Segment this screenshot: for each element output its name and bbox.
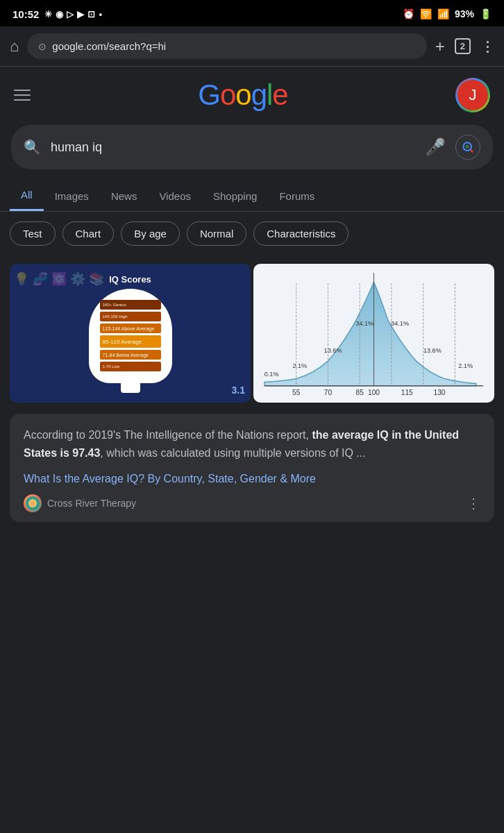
tab-shopping[interactable]: Shopping [202, 182, 268, 210]
chip-byage[interactable]: By age [121, 221, 180, 246]
status-bar: 10:52 ✳ ◉ ▷ ▶ ⊡ • ⏰ 🛜 📶 93% 🔋 [0, 0, 504, 26]
svg-text:100: 100 [368, 389, 380, 396]
voice-search-button[interactable]: 🎤 [425, 137, 446, 157]
svg-text:115: 115 [401, 389, 413, 396]
svg-text:70: 70 [324, 389, 333, 396]
signal-strength-icon: 📶 [437, 8, 449, 19]
svg-text:2.1%: 2.1% [292, 362, 307, 369]
avatar[interactable]: J [455, 78, 490, 112]
source-name: Cross River Therapy [47, 498, 136, 509]
svg-text:2.1%: 2.1% [458, 362, 473, 369]
svg-text:55: 55 [292, 389, 301, 396]
wifi-signal-icon: 🛜 [420, 8, 432, 19]
result-text: According to 2019's The Intelligence of … [24, 426, 480, 462]
battery-percent: 93% [455, 8, 474, 19]
tab-all[interactable]: All [10, 180, 44, 211]
tab-count[interactable]: 2 [455, 38, 471, 54]
brain-image-title: IQ Scores [109, 274, 151, 285]
result-link[interactable]: What Is the Average IQ? By Country, Stat… [24, 471, 480, 487]
lens-button[interactable] [455, 135, 480, 160]
svg-text:0.1%: 0.1% [264, 371, 279, 378]
svg-text:34.1%: 34.1% [391, 320, 409, 327]
svg-text:130: 130 [434, 389, 446, 396]
svg-text:34.1%: 34.1% [355, 320, 373, 327]
tab-forums[interactable]: Forums [268, 182, 326, 210]
source-menu-button[interactable]: ⋮ [467, 495, 480, 512]
chip-characteristics[interactable]: Characteristics [253, 221, 348, 246]
svg-text:85: 85 [356, 389, 364, 396]
chip-normal[interactable]: Normal [187, 221, 246, 246]
google-header: Google J [0, 67, 504, 119]
bell-curve-image[interactable]: 0.1% 2.1% 13.6% 34.1% 34.1% 13.6% 2.1% 5… [253, 264, 494, 403]
search-tabs: All Images News Videos Shopping Forums [0, 180, 504, 212]
svg-point-25 [31, 501, 35, 505]
menu-button[interactable] [14, 90, 31, 101]
alarm-icon: ⏰ [403, 8, 414, 19]
google-logo: Google [198, 78, 287, 112]
battery-icon: 🔋 [480, 8, 492, 19]
chip-test[interactable]: Test [10, 221, 56, 246]
source-logo [24, 494, 42, 512]
new-tab-button[interactable]: + [435, 37, 445, 56]
chips-row: Test Chart By age Normal Characteristics [0, 212, 504, 255]
result-text-after: , which was calculated using multiple ve… [100, 447, 365, 459]
svg-text:13.6%: 13.6% [423, 347, 442, 354]
search-input[interactable]: human iq [51, 140, 415, 155]
bell-curve-container: 0.1% 2.1% 13.6% 34.1% 34.1% 13.6% 2.1% 5… [253, 264, 494, 403]
result-text-before: According to 2019's The Intelligence of … [24, 429, 312, 441]
browser-bar: ⌂ ⊙ google.com/search?q=hi + 2 ⋮ [0, 26, 504, 67]
wifi-icon: ◉ [56, 9, 63, 19]
url-text: google.com/search?q=hi [52, 40, 415, 52]
search-bar[interactable]: 🔍 human iq 🎤 [11, 125, 493, 169]
status-time: 10:52 [12, 8, 39, 20]
home-button[interactable]: ⌂ [10, 37, 19, 56]
tab-news[interactable]: News [100, 182, 149, 210]
dot-icon: • [99, 9, 102, 19]
url-bar[interactable]: ⊙ google.com/search?q=hi [27, 33, 426, 59]
search-container: 🔍 human iq 🎤 [0, 119, 504, 180]
hotspot-icon: ✳ [44, 9, 52, 19]
tab-videos[interactable]: Videos [148, 182, 202, 210]
caption-icon: ⊡ [87, 9, 95, 19]
iq-brain-image[interactable]: 💡 🧬 ⚛️ ⚙️ 📚 IQ Scores 160+ Genius 145-15… [10, 264, 251, 403]
source-row: Cross River Therapy ⋮ [24, 494, 480, 512]
avatar-letter: J [457, 80, 488, 110]
youtube-icon: ▶ [77, 9, 84, 19]
chip-chart[interactable]: Chart [62, 221, 115, 246]
browser-menu-button[interactable]: ⋮ [480, 38, 494, 55]
svg-text:13.6%: 13.6% [324, 347, 342, 354]
source-info: Cross River Therapy [24, 494, 136, 512]
svg-point-1 [466, 145, 469, 149]
search-icon: 🔍 [24, 139, 41, 155]
security-icon: ⊙ [38, 41, 47, 52]
tab-images[interactable]: Images [44, 182, 100, 210]
result-card: According to 2019's The Intelligence of … [10, 414, 494, 522]
images-row: 💡 🧬 ⚛️ ⚙️ 📚 IQ Scores 160+ Genius 145-15… [0, 255, 504, 411]
location-icon: ▷ [67, 9, 74, 19]
